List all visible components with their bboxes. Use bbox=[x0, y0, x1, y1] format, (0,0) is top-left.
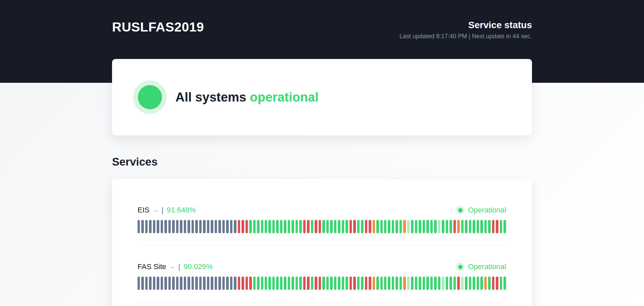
uptime-bar[interactable] bbox=[438, 277, 440, 290]
uptime-bar[interactable] bbox=[330, 220, 332, 233]
uptime-bar[interactable] bbox=[388, 277, 390, 290]
uptime-bar[interactable] bbox=[500, 277, 502, 290]
uptime-bar[interactable] bbox=[176, 277, 178, 290]
uptime-bar[interactable] bbox=[392, 220, 394, 233]
uptime-bar[interactable] bbox=[253, 220, 256, 233]
uptime-bar[interactable] bbox=[288, 220, 290, 233]
uptime-bar[interactable] bbox=[442, 277, 444, 290]
uptime-bar[interactable] bbox=[192, 277, 194, 290]
uptime-bar[interactable] bbox=[141, 220, 144, 233]
uptime-bar[interactable] bbox=[496, 277, 498, 290]
uptime-bar[interactable] bbox=[473, 277, 475, 290]
uptime-bar[interactable] bbox=[203, 220, 205, 233]
uptime-bar[interactable] bbox=[238, 220, 240, 233]
uptime-bar[interactable] bbox=[265, 220, 267, 233]
uptime-bar[interactable] bbox=[350, 220, 352, 233]
uptime-bar[interactable] bbox=[477, 220, 479, 233]
uptime-bar[interactable] bbox=[222, 220, 225, 233]
uptime-bar[interactable] bbox=[438, 220, 440, 233]
uptime-bar[interactable] bbox=[299, 220, 302, 233]
uptime-bar[interactable] bbox=[461, 277, 464, 290]
uptime-bar[interactable] bbox=[319, 277, 321, 290]
uptime-bar[interactable] bbox=[230, 277, 232, 290]
uptime-bar[interactable] bbox=[168, 220, 171, 233]
uptime-bar[interactable] bbox=[157, 277, 159, 290]
uptime-bar[interactable] bbox=[253, 277, 256, 290]
uptime-bar[interactable] bbox=[480, 277, 483, 290]
uptime-bar[interactable] bbox=[265, 277, 267, 290]
uptime-bar[interactable] bbox=[496, 220, 498, 233]
service-link[interactable]: FAS Site → bbox=[138, 262, 175, 271]
uptime-bar[interactable] bbox=[215, 277, 217, 290]
uptime-bar[interactable] bbox=[261, 220, 263, 233]
uptime-bar[interactable] bbox=[284, 277, 286, 290]
uptime-bar[interactable] bbox=[426, 220, 429, 233]
uptime-bar[interactable] bbox=[296, 277, 298, 290]
uptime-bar[interactable] bbox=[230, 220, 232, 233]
uptime-bar[interactable] bbox=[373, 220, 375, 233]
uptime-bar[interactable] bbox=[241, 277, 244, 290]
uptime-bar[interactable] bbox=[241, 220, 244, 233]
uptime-bar[interactable] bbox=[430, 277, 433, 290]
uptime-bar[interactable] bbox=[411, 220, 413, 233]
uptime-bar[interactable] bbox=[365, 220, 367, 233]
uptime-bar[interactable] bbox=[434, 220, 436, 233]
uptime-bar[interactable] bbox=[149, 277, 151, 290]
uptime-bar[interactable] bbox=[330, 277, 332, 290]
uptime-bar[interactable] bbox=[407, 220, 410, 233]
uptime-bar[interactable] bbox=[141, 277, 144, 290]
uptime-bar[interactable] bbox=[238, 277, 240, 290]
uptime-bar[interactable] bbox=[291, 277, 294, 290]
uptime-bar[interactable] bbox=[161, 220, 163, 233]
uptime-bar[interactable] bbox=[187, 220, 190, 233]
uptime-bar[interactable] bbox=[187, 277, 190, 290]
uptime-bar[interactable] bbox=[357, 277, 360, 290]
uptime-bar[interactable] bbox=[469, 220, 471, 233]
uptime-bar[interactable] bbox=[353, 220, 356, 233]
uptime-bar[interactable] bbox=[153, 277, 155, 290]
uptime-bar[interactable] bbox=[199, 220, 202, 233]
uptime-bar[interactable] bbox=[342, 220, 344, 233]
uptime-bar[interactable] bbox=[399, 277, 402, 290]
uptime-bar[interactable] bbox=[319, 220, 321, 233]
uptime-bar[interactable] bbox=[272, 277, 275, 290]
uptime-bar[interactable] bbox=[403, 277, 406, 290]
uptime-bar[interactable] bbox=[446, 277, 448, 290]
uptime-bar[interactable] bbox=[480, 220, 483, 233]
uptime-bar[interactable] bbox=[211, 220, 213, 233]
uptime-bar[interactable] bbox=[384, 277, 386, 290]
uptime-bar[interactable] bbox=[342, 277, 344, 290]
uptime-bar[interactable] bbox=[453, 220, 456, 233]
uptime-bar[interactable] bbox=[403, 220, 406, 233]
uptime-bar[interactable] bbox=[180, 277, 182, 290]
uptime-bar[interactable] bbox=[284, 220, 286, 233]
uptime-bar[interactable] bbox=[395, 220, 398, 233]
uptime-bar[interactable] bbox=[373, 277, 375, 290]
uptime-bar[interactable] bbox=[234, 220, 236, 233]
uptime-bar[interactable] bbox=[415, 277, 417, 290]
uptime-bar[interactable] bbox=[303, 277, 306, 290]
uptime-bar[interactable] bbox=[307, 277, 309, 290]
uptime-bar[interactable] bbox=[149, 220, 151, 233]
service-link[interactable]: EIS → bbox=[138, 206, 158, 215]
uptime-bar[interactable] bbox=[338, 220, 340, 233]
uptime-bar[interactable] bbox=[234, 277, 236, 290]
uptime-bar[interactable] bbox=[249, 220, 252, 233]
uptime-bar[interactable] bbox=[465, 277, 467, 290]
uptime-bar[interactable] bbox=[488, 277, 490, 290]
uptime-bar[interactable] bbox=[326, 220, 329, 233]
uptime-bar[interactable] bbox=[415, 220, 417, 233]
uptime-bar[interactable] bbox=[345, 220, 348, 233]
uptime-bar[interactable] bbox=[215, 220, 217, 233]
uptime-bar[interactable] bbox=[322, 220, 325, 233]
uptime-bar[interactable] bbox=[246, 277, 248, 290]
uptime-bar[interactable] bbox=[291, 220, 294, 233]
uptime-bar[interactable] bbox=[299, 277, 302, 290]
uptime-bar[interactable] bbox=[376, 277, 379, 290]
uptime-bar[interactable] bbox=[361, 220, 363, 233]
uptime-bar[interactable] bbox=[357, 220, 360, 233]
uptime-bar[interactable] bbox=[365, 277, 367, 290]
uptime-bar[interactable] bbox=[164, 220, 167, 233]
uptime-bar[interactable] bbox=[195, 277, 198, 290]
uptime-bar[interactable] bbox=[449, 220, 452, 233]
